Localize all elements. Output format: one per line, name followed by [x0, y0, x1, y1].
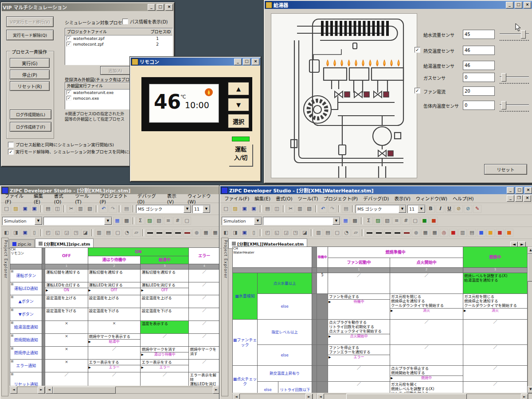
toolbar-icon[interactable]: ▣: [30, 205, 39, 213]
matrix-cell[interactable]: ／: [189, 282, 220, 295]
line-style-icon[interactable]: [365, 229, 374, 237]
toolbar-icon[interactable]: ◪: [301, 229, 309, 237]
line-style-icon[interactable]: [174, 229, 182, 237]
matrix-cell[interactable]: ／: [189, 295, 220, 308]
splitter-column[interactable]: [42, 372, 45, 386]
menu-item[interactable]: プロジェクト(P): [98, 192, 134, 205]
event-group-header[interactable]: ▦水量検知: [233, 273, 258, 320]
state-header[interactable]: 燃焼準備中: [328, 247, 463, 258]
select-button[interactable]: 選択: [227, 113, 250, 129]
mdi-close-button[interactable]: ×: [524, 195, 531, 202]
toolbar-icon[interactable]: ◔: [342, 229, 351, 237]
toolbar-icon[interactable]: ▦: [430, 229, 439, 237]
toolbar-icon[interactable]: ◳: [291, 229, 300, 237]
toolbar-icon[interactable]: ▣: [21, 229, 29, 237]
matrix-cell[interactable]: エラー表示をする▶エラー: [141, 360, 189, 372]
vip-titlebar[interactable]: VIP マルチシミュレーション _ □ ×: [2, 3, 174, 11]
matrix-cell[interactable]: 運転LEDを消灯する▶OFF: [88, 282, 141, 295]
matrix-cell[interactable]: ／: [463, 366, 528, 382]
scroll-left-arrow[interactable]: ◄: [10, 387, 17, 394]
line-style-icon[interactable]: [403, 229, 411, 237]
log-start-button[interactable]: ログ作成開始(L): [10, 110, 51, 119]
matrix-cell[interactable]: ／: [463, 345, 528, 366]
substate-header[interactable]: 点火開始中: [390, 258, 463, 268]
lstudio-hscrollbar[interactable]: ◄ ►: [45, 387, 220, 394]
matrix-cell[interactable]: 運転切替を通知する: [45, 270, 88, 282]
menu-item[interactable]: ツール(T): [73, 192, 96, 205]
toolbar-icon[interactable]: ▢: [411, 217, 419, 225]
toolbar-icon[interactable]: #: [173, 217, 182, 225]
toolbar-icon[interactable]: ▱: [352, 229, 360, 237]
item-checkbox[interactable]: ✓: [66, 42, 71, 47]
toolbar-icon[interactable]: ▧: [305, 205, 313, 213]
sensor-value-input[interactable]: [463, 61, 494, 70]
condition-cell[interactable]: else: [258, 345, 312, 366]
sensor-value-input[interactable]: [463, 46, 494, 55]
project-explorer-tab[interactable]: Project Explorer: [1, 238, 8, 396]
checkbox-box[interactable]: ✓: [415, 47, 420, 53]
add-button[interactable]: 追加(A): [100, 66, 130, 75]
state-header[interactable]: 燃焼中: [463, 247, 528, 268]
menu-item[interactable]: ツール(T): [296, 195, 321, 202]
condition-cell[interactable]: 熱交温度上昇有り: [258, 366, 312, 382]
matrix-cell[interactable]: 設定温度を下げる: [88, 308, 141, 321]
event-header[interactable]: ▦運転LED通知: [10, 282, 42, 295]
toolbar-icon[interactable]: ◫: [273, 205, 281, 213]
toolbar-icon[interactable]: ◨: [12, 229, 20, 237]
toolbar-icon[interactable]: ◱: [53, 229, 62, 237]
scroll-left-arrow[interactable]: ◄: [317, 394, 324, 399]
rstudio-vscrollbar[interactable]: ▲ ▼: [528, 246, 532, 394]
toolbar-icon[interactable]: □: [2, 205, 11, 213]
matrix-cell[interactable]: ／: [45, 372, 88, 386]
event-header[interactable]: ▦エラー通知: [10, 360, 42, 372]
item-checkbox[interactable]: ✓: [66, 90, 71, 95]
sensor-value-input[interactable]: [463, 30, 494, 39]
toolbar-icon[interactable]: ▦: [202, 229, 210, 237]
toolbar-icon[interactable]: ■: [505, 229, 513, 237]
sensor-slider[interactable]: [500, 72, 529, 81]
matrix-cell[interactable]: 点火プラグを動作する リトライ回数を初期化する 点火チェックタイマを開始する▶点…: [328, 320, 390, 345]
toolbar-icon[interactable]: ▥: [76, 205, 85, 213]
toolbar-icon[interactable]: ◧: [222, 229, 230, 237]
toolbar-icon[interactable]: ◲: [63, 229, 71, 237]
slider-thumb[interactable]: [501, 73, 506, 82]
matrix-cell[interactable]: 運転切替を通知する: [88, 270, 141, 282]
vip-mode-enter-button[interactable]: VIP実行モード移行(V): [6, 16, 54, 27]
matrix-cell[interactable]: ガス元栓を閉じる 燃焼停止を通知する クールダウンタイマを開始する▶消火: [463, 294, 528, 320]
menu-item[interactable]: プロジェクト(P): [321, 195, 360, 202]
toolbar-icon[interactable]: ▤: [44, 205, 52, 213]
matrix-cell[interactable]: ／: [390, 345, 463, 366]
matrix-cell[interactable]: 運転LEDを点灯する▶ON: [45, 282, 88, 295]
project-explorer-tab[interactable]: Project Explorer: [221, 238, 228, 396]
event-header[interactable]: ▦▼ボタン: [10, 308, 42, 321]
vip-mode-exit-button[interactable]: 実行モード解除(Q): [6, 30, 54, 40]
toolbar-icon[interactable]: ◳: [72, 229, 80, 237]
splitter-column[interactable]: [42, 347, 45, 360]
chevron-down-icon[interactable]: ▼: [184, 205, 191, 213]
matrix-cell[interactable]: ／: [390, 320, 463, 345]
toolbar-icon[interactable]: ▦: [211, 229, 219, 237]
item-checkbox[interactable]: ✓: [66, 96, 71, 101]
splitter-column[interactable]: [42, 295, 45, 308]
event-group-header[interactable]: ▦点火チェック: [233, 366, 258, 393]
power-button[interactable]: 運転 入/切: [229, 145, 253, 167]
toolbar-icon[interactable]: ▤: [104, 229, 113, 237]
maximize-button[interactable]: □: [156, 4, 164, 11]
scroll-left-arrow[interactable]: ◄: [46, 387, 53, 394]
log-end-button[interactable]: ログ作成終了(F): [10, 122, 51, 132]
process-list-item[interactable]: ✓waterheater.zpf1: [65, 35, 172, 41]
font-name-combo[interactable]: MS ゴシック▼: [356, 205, 407, 213]
toolbar-icon[interactable]: ▥: [296, 205, 304, 213]
matrix-cell[interactable]: 燃焼中マークを消す: [189, 347, 220, 360]
splitter-column[interactable]: [42, 321, 45, 334]
menu-item[interactable]: 表示(V): [392, 195, 412, 202]
condition-cell[interactable]: else: [258, 382, 278, 393]
rstudio-hscrollbar[interactable]: ◄ ►: [317, 394, 528, 399]
item-checkbox[interactable]: ✓: [66, 36, 71, 41]
line-style-icon[interactable]: [146, 229, 154, 237]
scrollbar-thumb[interactable]: [528, 254, 532, 282]
bold-button[interactable]: B: [426, 205, 435, 213]
toolbar-icon[interactable]: ▯: [30, 229, 39, 237]
toolbar-icon[interactable]: ■: [449, 229, 458, 237]
splitter-column[interactable]: [42, 334, 45, 347]
